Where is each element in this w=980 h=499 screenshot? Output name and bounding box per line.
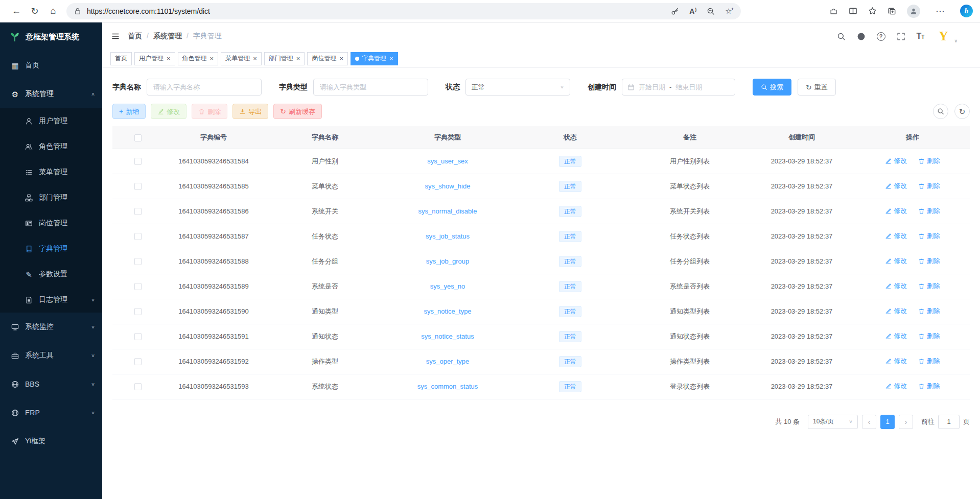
row-checkbox[interactable]	[134, 158, 142, 165]
dict-type-link[interactable]: sys_yes_no	[430, 282, 465, 290]
edit-link[interactable]: 修改	[885, 382, 907, 391]
sidebar-item-bbs[interactable]: BBS ∨	[0, 370, 102, 398]
tab-close-icon[interactable]: ×	[253, 55, 257, 62]
edit-link[interactable]: 修改	[885, 281, 907, 291]
sidebar-item-user[interactable]: 用户管理	[0, 108, 102, 134]
delete-link[interactable]: 删除	[918, 331, 940, 341]
sidebar-item-dict[interactable]: 字典管理	[0, 236, 102, 262]
tab-close-icon[interactable]: ×	[389, 55, 393, 62]
dict-type-link[interactable]: sys_notice_type	[424, 307, 471, 315]
refresh-table-button[interactable]: ↻	[954, 104, 970, 119]
dict-type-link[interactable]: sys_normal_disable	[418, 207, 477, 215]
edit-link[interactable]: 修改	[885, 331, 907, 341]
search-button[interactable]: 搜索	[753, 79, 791, 96]
delete-link[interactable]: 删除	[918, 281, 940, 291]
sidebar-item-log[interactable]: 日志管理 ∨	[0, 287, 102, 313]
breadcrumb-home[interactable]: 首页	[128, 32, 142, 41]
sidebar-item-dept[interactable]: 部门管理	[0, 185, 102, 210]
refresh-cache-button[interactable]: ↻ 刷新缓存	[273, 104, 322, 119]
tab[interactable]: 部门管理 ×	[264, 52, 305, 65]
font-size-icon[interactable]: TT	[917, 32, 925, 40]
dict-type-link[interactable]: sys_user_sex	[427, 157, 468, 165]
sidebar-item-yi[interactable]: Yi框架	[0, 427, 102, 456]
page-jump-input[interactable]	[938, 415, 960, 429]
add-button[interactable]: + 新增	[112, 104, 146, 119]
row-checkbox[interactable]	[134, 258, 142, 265]
extensions-icon[interactable]	[829, 7, 838, 15]
tab[interactable]: 字典管理 ×	[351, 52, 398, 65]
tab-close-icon[interactable]: ×	[167, 55, 171, 62]
sidebar-item-param[interactable]: ✎ 参数设置	[0, 262, 102, 287]
collections-icon[interactable]	[888, 7, 896, 15]
browser-profile-avatar[interactable]	[907, 5, 920, 18]
tab[interactable]: 首页	[110, 52, 132, 65]
row-checkbox[interactable]	[134, 383, 142, 390]
delete-link[interactable]: 删除	[918, 256, 940, 266]
dict-type-link[interactable]: sys_job_group	[426, 257, 470, 265]
tab-close-icon[interactable]: ×	[210, 55, 214, 62]
edit-link[interactable]: 修改	[885, 156, 907, 165]
edit-link[interactable]: 修改	[885, 231, 907, 241]
sidebar-item-erp[interactable]: ERP ∨	[0, 398, 102, 427]
tab[interactable]: 用户管理 ×	[134, 52, 175, 65]
dict-type-link[interactable]: sys_job_status	[426, 232, 470, 240]
sidebar-item-tools[interactable]: 系统工具 ∨	[0, 341, 102, 370]
password-key-icon[interactable]	[671, 7, 679, 15]
help-icon[interactable]: ?	[877, 32, 885, 41]
tab[interactable]: 岗位管理 ×	[307, 52, 348, 65]
delete-link[interactable]: 删除	[918, 206, 940, 216]
favorites-icon[interactable]	[868, 7, 877, 15]
row-checkbox[interactable]	[134, 358, 142, 365]
status-select[interactable]: 正常 ∨	[465, 79, 570, 96]
current-page-button[interactable]: 1	[880, 415, 895, 429]
sidebar-item-monitor[interactable]: 系统监控 ∨	[0, 313, 102, 341]
delete-link[interactable]: 删除	[918, 306, 940, 316]
edit-link[interactable]: 修改	[885, 181, 907, 191]
row-checkbox[interactable]	[134, 233, 142, 240]
row-checkbox[interactable]	[134, 283, 142, 290]
sidebar-item-post[interactable]: 岗位管理	[0, 210, 102, 236]
delete-link[interactable]: 删除	[918, 382, 940, 391]
edit-link[interactable]: 修改	[885, 206, 907, 216]
tab[interactable]: 菜单管理 ×	[221, 52, 262, 65]
split-screen-icon[interactable]	[849, 7, 857, 15]
dict-name-input[interactable]	[147, 79, 262, 96]
toggle-search-button[interactable]	[933, 104, 948, 119]
dict-type-link[interactable]: sys_common_status	[417, 383, 478, 390]
date-range-picker[interactable]: 开始日期 - 结束日期	[622, 79, 735, 96]
edit-link[interactable]: 修改	[885, 306, 907, 316]
next-page-button[interactable]: ›	[899, 415, 913, 429]
select-all-checkbox[interactable]	[134, 134, 142, 141]
delete-link[interactable]: 删除	[918, 156, 940, 165]
row-checkbox[interactable]	[134, 333, 142, 340]
delete-button[interactable]: 删除	[192, 104, 227, 119]
bing-chat-icon[interactable]: b	[960, 5, 973, 17]
tab[interactable]: 角色管理 ×	[178, 52, 219, 65]
delete-link[interactable]: 删除	[918, 357, 940, 366]
sidebar-item-home[interactable]: ▦ 首页	[0, 51, 102, 80]
hamburger-icon[interactable]	[111, 32, 120, 40]
address-bar[interactable]: https://ccnetcore.com:1101/system/dict A…	[66, 3, 741, 19]
browser-menu-icon[interactable]: ⋯	[931, 2, 949, 20]
page-size-select[interactable]: 10条/页 ∨	[808, 415, 858, 429]
dict-type-input[interactable]	[313, 79, 428, 96]
row-checkbox[interactable]	[134, 183, 142, 190]
dict-type-link[interactable]: sys_show_hide	[425, 182, 471, 190]
edit-link[interactable]: 修改	[885, 256, 907, 266]
row-checkbox[interactable]	[134, 308, 142, 315]
sidebar-item-role[interactable]: 角色管理	[0, 134, 102, 159]
reset-button[interactable]: ↻ 重置	[798, 79, 836, 96]
zoom-out-icon[interactable]	[707, 7, 715, 15]
fullscreen-icon[interactable]	[897, 32, 905, 41]
github-icon[interactable]	[857, 32, 866, 41]
user-avatar[interactable]: Y	[936, 29, 951, 44]
row-checkbox[interactable]	[134, 208, 142, 215]
browser-home-icon[interactable]: ⌂	[44, 2, 62, 20]
prev-page-button[interactable]: ‹	[862, 415, 876, 429]
sidebar-item-menu[interactable]: 菜单管理	[0, 159, 102, 185]
edit-link[interactable]: 修改	[885, 357, 907, 366]
read-aloud-icon[interactable]: A)	[689, 8, 696, 15]
search-icon[interactable]	[837, 32, 846, 41]
delete-link[interactable]: 删除	[918, 231, 940, 241]
browser-reload-icon[interactable]: ↻	[26, 2, 44, 20]
